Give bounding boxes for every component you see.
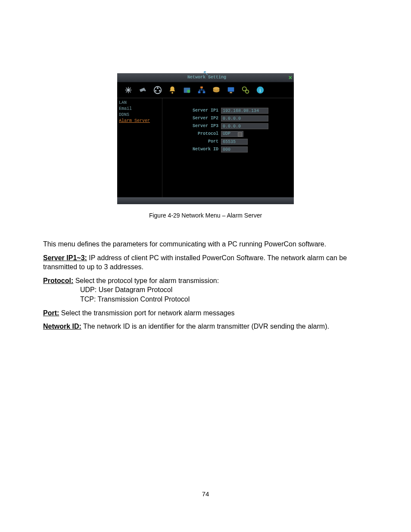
screenshot-network-setting: ↖ Network Setting × (117, 73, 294, 204)
svg-rect-8 (200, 87, 203, 89)
body-text: This menu defines the parameters for com… (43, 240, 368, 331)
info-icon[interactable]: i (254, 85, 266, 95)
schedule-icon[interactable] (181, 85, 193, 95)
camera-icon[interactable] (137, 85, 149, 95)
svg-rect-10 (203, 91, 206, 93)
input-network-id[interactable]: 000 (221, 146, 248, 152)
server-ip-label: Server IP1~3: (43, 254, 87, 261)
svg-rect-12 (228, 87, 234, 92)
figure-caption: Figure 4-29 Network Menu – Alarm Server (43, 212, 368, 219)
label-server-ip1: Server IP1 (162, 109, 221, 113)
svg-point-15 (246, 90, 249, 93)
network-id-paragraph: Network ID: The network ID is an identif… (43, 322, 368, 331)
svg-rect-13 (230, 92, 232, 93)
protocol-text: Select the protocol type for alarm trans… (73, 277, 219, 284)
label-network-id: Network ID (162, 147, 221, 152)
form-area: Server IP1 192.168.98.134 Server IP2 0.0… (162, 98, 294, 197)
window-footer (117, 197, 294, 204)
port-paragraph: Port: Select the transmission port for n… (43, 308, 368, 318)
sidebar-item-alarm-server[interactable]: Alarm Server (119, 118, 160, 124)
sidebar-item-lan[interactable]: LAN (119, 100, 160, 106)
protocol-paragraph: Protocol: Select the protocol type for a… (43, 276, 368, 286)
svg-point-11 (213, 87, 220, 90)
nav-icon-1[interactable] (122, 85, 134, 95)
dialog-body: LAN Email DDNS Alarm Server Server IP1 1… (117, 98, 294, 197)
cursor-icon: ↖ (203, 69, 209, 77)
sidebar-item-email[interactable]: Email (119, 106, 160, 112)
display-icon[interactable] (225, 85, 237, 95)
svg-point-3 (155, 90, 157, 92)
label-port: Port (162, 140, 221, 144)
close-icon[interactable]: × (289, 75, 292, 81)
input-server-ip3[interactable]: 0.0.0.0 (221, 123, 268, 129)
toolbar: i (117, 82, 294, 98)
label-server-ip2: Server IP2 (162, 116, 221, 121)
sidebar: LAN Email DDNS Alarm Server (117, 98, 162, 197)
reel-icon[interactable] (152, 85, 164, 95)
svg-point-4 (159, 90, 161, 92)
label-protocol: Protocol (162, 132, 221, 136)
bell-icon[interactable] (166, 85, 178, 95)
label-server-ip3: Server IP3 (162, 124, 221, 128)
server-ip-paragraph: Server IP1~3: IP address of client PC wi… (43, 253, 368, 272)
network-id-text: The network ID is an identifier for the … (81, 323, 329, 330)
svg-rect-9 (198, 91, 201, 93)
server-ip-text: IP address of client PC with installed P… (43, 254, 347, 271)
svg-point-0 (144, 90, 146, 91)
gear-icon[interactable] (240, 85, 252, 95)
svg-point-7 (187, 90, 190, 93)
protocol-tcp-line: TCP: Transmission Control Protocol (80, 295, 368, 304)
port-label: Port: (43, 309, 59, 317)
protocol-label: Protocol: (43, 277, 73, 284)
protocol-udp-line: UDP: User Datagram Protocol (80, 285, 368, 295)
input-port[interactable]: 65535 (221, 139, 248, 145)
network-id-label: Network ID: (43, 323, 81, 330)
select-protocol[interactable]: UDP (221, 131, 243, 137)
port-text: Select the transmission port for network… (59, 309, 234, 317)
svg-point-5 (171, 92, 173, 94)
intro-paragraph: This menu defines the parameters for com… (43, 240, 368, 249)
input-server-ip2[interactable]: 0.0.0.0 (221, 115, 268, 121)
document-page: ↖ Network Setting × (0, 0, 411, 532)
input-server-ip1[interactable]: 192.168.98.134 (221, 108, 268, 114)
page-number: 74 (0, 490, 411, 498)
network-icon[interactable] (196, 85, 208, 95)
sidebar-item-ddns[interactable]: DDNS (119, 112, 160, 118)
disk-icon[interactable] (210, 85, 222, 95)
svg-point-2 (157, 87, 159, 89)
